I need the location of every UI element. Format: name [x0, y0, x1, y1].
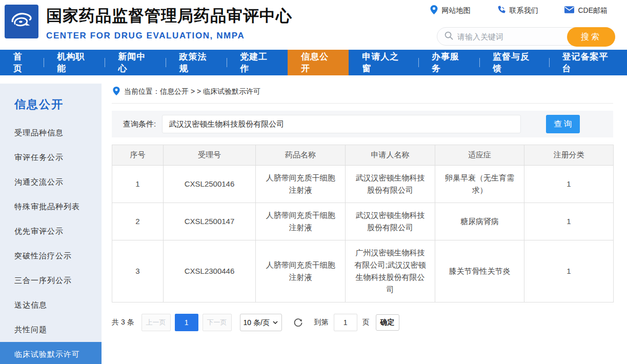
- brand-block: 国家药品监督管理局药品审评中心 CENTER FOR DRUG EVALUATI…: [46, 5, 292, 41]
- site-header: 国家药品监督管理局药品审评中心 CENTER FOR DRUG EVALUATI…: [0, 0, 627, 50]
- main-nav: 首页 机构职能 新闻中心 政策法规 党建工作 信息公开 申请人之窗 办事服务 监…: [0, 50, 627, 75]
- col-header-applicant: 申请人名称: [346, 145, 435, 166]
- nav-item-supervision[interactable]: 监督与反馈: [479, 50, 549, 75]
- sidebar-item-clinical-trial-implied-license[interactable]: 临床试验默示许可: [0, 342, 102, 364]
- nav-item-registration-platform[interactable]: 登记备案平台: [549, 50, 627, 75]
- query-button[interactable]: 查询: [546, 115, 580, 133]
- query-panel: 查询条件: 查询: [112, 111, 613, 137]
- cde-mail-link-label: CDE邮箱: [578, 6, 608, 15]
- cell-registration-class: 1: [524, 166, 614, 203]
- col-header-indication: 适应症: [435, 145, 524, 166]
- cell-drug-name: 人脐带间充质干细胞注射液: [256, 203, 346, 240]
- nav-item-party[interactable]: 党建工作: [227, 50, 288, 75]
- table-row: 1 CXSL2500146 人脐带间充质干细胞注射液 武汉汉密顿生物科技股份有限…: [112, 166, 614, 203]
- cell-index: 1: [112, 166, 164, 203]
- sidebar-item-communication[interactable]: 沟通交流公示: [0, 170, 102, 194]
- col-header-registration-class: 注册分类: [524, 145, 614, 166]
- cell-indication: 卵巢早衰（无生育需求）: [435, 166, 524, 203]
- sidebar: 信息公开 受理品种信息 审评任务公示 沟通交流公示 特殊审批品种列表 优先审评公…: [0, 84, 102, 364]
- header-search: 搜索: [437, 27, 615, 46]
- table-row: 3 CXSL2300446 人脐带间充质干细胞注射液 广州汉密顿生物科技有限公司…: [112, 240, 614, 302]
- mail-icon: [564, 6, 574, 15]
- header-utility-links: 网站地图 联系我们 CDE邮箱: [430, 5, 608, 16]
- search-icon: [444, 31, 453, 42]
- col-header-acceptance-no: 受理号: [164, 145, 256, 166]
- search-button[interactable]: 搜索: [567, 27, 615, 47]
- goto-page-input[interactable]: [334, 314, 357, 331]
- contact-link-label: 联系我们: [509, 6, 538, 15]
- sitemap-link[interactable]: 网站地图: [430, 5, 470, 16]
- pagination: 共 3 条 上一页 1 下一页 10 条/页 到第 页 确定: [112, 314, 613, 331]
- nav-item-applicant-window[interactable]: 申请人之窗: [349, 50, 418, 75]
- pagination-total: 共 3 条: [112, 318, 134, 327]
- cell-index: 3: [112, 240, 164, 302]
- cell-acceptance-no: CXSL2500146: [164, 166, 256, 203]
- cde-logo-icon: [8, 7, 35, 36]
- sidebar-item-delivery-info[interactable]: 送达信息: [0, 293, 102, 317]
- breadcrumb-text: 当前位置：信息公开 > > 临床试验默示许可: [124, 87, 260, 96]
- cell-acceptance-no: CXSL2500147: [164, 203, 256, 240]
- cell-registration-class: 1: [524, 240, 614, 302]
- content-area: 信息公开 受理品种信息 审评任务公示 沟通交流公示 特殊审批品种列表 优先审评公…: [0, 75, 627, 364]
- cell-applicant: 广州汉密顿生物科技有限公司;武汉汉密顿生物科技股份有限公司: [346, 240, 435, 302]
- cell-applicant: 武汉汉密顿生物科技股份有限公司: [346, 203, 435, 240]
- sidebar-title: 信息公开: [0, 84, 102, 120]
- main-panel: 当前位置：信息公开 > > 临床试验默示许可 查询条件: 查询 序号 受理号 药…: [112, 75, 613, 331]
- results-table: 序号 受理号 药品名称 申请人名称 适应症 注册分类 1 CXSL2500146…: [112, 145, 614, 302]
- col-header-index: 序号: [112, 145, 164, 166]
- phone-icon: [497, 6, 505, 16]
- confirm-button[interactable]: 确定: [376, 314, 399, 331]
- next-page-button[interactable]: 下一页: [203, 314, 232, 331]
- query-label: 查询条件:: [123, 119, 156, 129]
- cde-logo: [5, 5, 38, 38]
- sidebar-item-three-in-one[interactable]: 三合一序列公示: [0, 268, 102, 293]
- cell-acceptance-no: CXSL2300446: [164, 240, 256, 302]
- sidebar-item-review-tasks[interactable]: 审评任务公示: [0, 145, 102, 170]
- page-size-select[interactable]: 10 条/页: [240, 314, 282, 331]
- cell-indication: 膝关节骨性关节炎: [435, 240, 524, 302]
- cell-drug-name: 人脐带间充质干细胞注射液: [256, 166, 346, 203]
- sidebar-item-breakthrough-therapy[interactable]: 突破性治疗公示: [0, 244, 102, 268]
- refresh-icon[interactable]: [293, 318, 303, 328]
- cell-applicant: 武汉汉密顿生物科技股份有限公司: [346, 166, 435, 203]
- sitemap-link-label: 网站地图: [441, 6, 470, 15]
- nav-item-home[interactable]: 首页: [0, 50, 44, 75]
- site-subtitle: CENTER FOR DRUG EVALUATION, NMPA: [46, 31, 292, 41]
- sidebar-item-common-questions[interactable]: 共性问题: [0, 317, 102, 342]
- cell-index: 2: [112, 203, 164, 240]
- goto-page-label: 到第: [314, 318, 329, 327]
- nav-item-policy[interactable]: 政策法规: [166, 50, 227, 75]
- location-pin-icon: [113, 87, 120, 97]
- sidebar-item-priority-review[interactable]: 优先审评公示: [0, 219, 102, 244]
- nav-item-info-disclosure[interactable]: 信息公开: [288, 50, 349, 75]
- current-page-button[interactable]: 1: [175, 314, 198, 331]
- cde-mail-link[interactable]: CDE邮箱: [564, 5, 608, 16]
- sidebar-item-special-approval[interactable]: 特殊审批品种列表: [0, 194, 102, 219]
- table-row: 2 CXSL2500147 人脐带间充质干细胞注射液 武汉汉密顿生物科技股份有限…: [112, 203, 614, 240]
- contact-link[interactable]: 联系我们: [497, 5, 538, 16]
- nav-item-functions[interactable]: 机构职能: [44, 50, 105, 75]
- cell-indication: 糖尿病肾病: [435, 203, 524, 240]
- breadcrumb: 当前位置：信息公开 > > 临床试验默示许可: [112, 75, 613, 104]
- prev-page-button[interactable]: 上一页: [141, 314, 171, 331]
- page-unit-label: 页: [362, 318, 370, 327]
- nav-item-services[interactable]: 办事服务: [418, 50, 479, 75]
- table-header-row: 序号 受理号 药品名称 申请人名称 适应症 注册分类: [112, 145, 614, 166]
- cell-registration-class: 1: [524, 203, 614, 240]
- cell-drug-name: 人脐带间充质干细胞注射液: [256, 240, 346, 302]
- nav-item-news[interactable]: 新闻中心: [105, 50, 166, 75]
- query-input[interactable]: [162, 115, 521, 133]
- col-header-drug-name: 药品名称: [256, 145, 346, 166]
- sidebar-item-accepted-varieties[interactable]: 受理品种信息: [0, 120, 102, 145]
- site-title: 国家药品监督管理局药品审评中心: [46, 5, 292, 27]
- map-pin-icon: [430, 5, 438, 16]
